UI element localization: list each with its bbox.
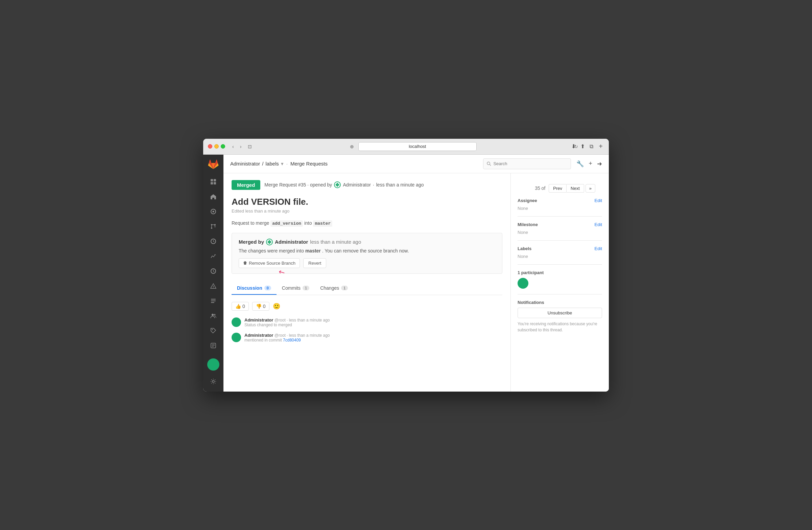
merged-by-line: Merged by Administrator less tha	[239, 239, 495, 246]
search-input[interactable]	[493, 161, 567, 166]
cursor-arrow: ↖	[277, 267, 287, 278]
main-content: Administrator / labels ▾ · Merge Request…	[223, 155, 609, 392]
labels-title: Labels	[518, 246, 532, 251]
notifications-title: Notifications	[518, 300, 602, 305]
svg-rect-2	[211, 182, 213, 184]
thumbs-down-count: 0	[263, 304, 266, 309]
add-button[interactable]: +	[589, 160, 592, 167]
thumbs-down-button[interactable]: 👎 0	[252, 302, 270, 311]
issue-edited-text: Edited less than a minute ago	[232, 208, 502, 213]
milestone-edit-link[interactable]: Edit	[595, 222, 602, 227]
svg-rect-15	[211, 302, 214, 303]
tab-changes-count: 1	[341, 285, 348, 290]
breadcrumb-project[interactable]: labels	[266, 161, 279, 167]
sidebar-item-activity[interactable]	[206, 175, 220, 189]
svg-rect-28	[244, 261, 246, 262]
fullscreen-button[interactable]: ⧉	[589, 143, 594, 150]
into-text: into	[304, 220, 312, 226]
traffic-lights	[208, 144, 225, 149]
breadcrumb-separator-1: /	[262, 161, 263, 167]
labels-edit-link[interactable]: Edit	[595, 246, 602, 251]
activity-meta-1: @root · less than a minute ago	[275, 318, 330, 322]
issue-main: Merged Merge Request #35 · opened by	[223, 173, 511, 392]
sidebar-item-snippets[interactable]	[206, 294, 220, 308]
activity-content-1: Administrator @root · less than a minute…	[244, 318, 502, 327]
tab-discussion[interactable]: Discussion 0	[232, 282, 277, 295]
svg-point-25	[487, 162, 490, 165]
url-input[interactable]	[358, 142, 477, 151]
merged-info-box: Merged by Administrator less tha	[232, 233, 502, 274]
breadcrumb-dropdown-icon[interactable]: ▾	[281, 161, 284, 167]
sidebar-item-merge-requests[interactable]	[206, 220, 220, 233]
assignee-edit-link[interactable]: Edit	[595, 198, 602, 203]
prev-button[interactable]: Prev	[549, 184, 566, 193]
sidebar-item-graphs[interactable]	[206, 249, 220, 263]
merged-target-branch: master	[305, 248, 321, 253]
activity-author-2: Administrator	[244, 333, 273, 338]
sidebar-item-warning[interactable]	[206, 279, 220, 293]
sidebar-item-pipelines[interactable]	[206, 235, 220, 248]
unsubscribe-button[interactable]: Unsubscribe	[518, 308, 602, 318]
sidebar-item-wiki[interactable]	[206, 339, 220, 352]
remove-source-branch-button[interactable]: Remove Source Branch	[239, 258, 300, 268]
thumbs-up-button[interactable]: 👍 0	[232, 302, 249, 311]
current-user-avatar[interactable]	[207, 359, 219, 371]
sidebar-item-settings[interactable]	[206, 375, 220, 388]
merge-time: less than a minute ago	[376, 182, 424, 187]
merged-box-time: less than a minute ago	[310, 239, 361, 245]
merge-separator: ·	[373, 182, 374, 187]
svg-rect-27	[243, 262, 247, 262]
activity-avatar-2	[232, 333, 241, 342]
target-branch: master	[313, 220, 332, 227]
sidebar-item-tags[interactable]	[206, 324, 220, 337]
svg-rect-3	[214, 182, 216, 184]
merged-by-text: Merged by	[239, 239, 264, 245]
merged-author-icon	[266, 239, 273, 246]
gitlab-logo[interactable]	[207, 158, 220, 171]
next-button[interactable]: Next	[566, 184, 584, 193]
merged-message: The changes were merged into master . Yo…	[239, 248, 495, 253]
signout-button[interactable]: ➜	[597, 160, 602, 168]
sidebar-toggle-button[interactable]: ⊡	[246, 143, 254, 150]
refresh-button[interactable]: ↻	[574, 144, 578, 149]
new-tab-button[interactable]: +	[597, 142, 604, 150]
back-button[interactable]: ‹	[231, 143, 236, 150]
tab-changes[interactable]: Changes 1	[315, 282, 353, 295]
settings-icon-button[interactable]: 🔧	[576, 160, 584, 168]
tab-commits-label: Commits	[282, 285, 301, 291]
commit-link[interactable]: 7cd80409	[283, 338, 301, 343]
emoji-picker-button[interactable]: 🙂	[273, 303, 280, 310]
sidebar-item-members[interactable]	[206, 309, 220, 322]
svg-point-12	[213, 287, 214, 288]
arrow-button[interactable]: »	[585, 184, 595, 193]
svg-point-6	[211, 224, 212, 225]
sidebar-item-issues[interactable]	[206, 205, 220, 218]
merged-actions: Remove Source Branch Revert	[239, 258, 326, 268]
activity-avatar-1	[232, 318, 241, 327]
source-branch: add_version	[271, 220, 303, 227]
share-button[interactable]: ⬆	[580, 142, 585, 150]
assignee-section: Assignee Edit None	[518, 198, 602, 217]
tab-commits[interactable]: Commits 1	[277, 282, 315, 295]
merge-description-text: Merge Request #35 · opened by	[264, 182, 332, 187]
breadcrumb-user[interactable]: Administrator	[230, 161, 260, 167]
activity-item: Administrator @root · less than a minute…	[232, 318, 502, 327]
merged-badge: Merged	[232, 180, 260, 190]
svg-point-16	[212, 314, 214, 316]
breadcrumb-separator-2: ·	[286, 161, 288, 167]
address-bar: ⊕ ↻	[257, 142, 568, 151]
close-button[interactable]	[208, 144, 212, 149]
maximize-button[interactable]	[221, 144, 225, 149]
trash-icon	[243, 261, 247, 265]
app-sidebar	[203, 155, 223, 392]
search-icon	[487, 162, 491, 166]
revert-button[interactable]: Revert	[303, 258, 326, 268]
add-tab-button[interactable]: ⊕	[348, 143, 356, 150]
forward-button[interactable]: ›	[238, 143, 243, 150]
svg-point-17	[214, 314, 216, 316]
sidebar-item-time[interactable]	[206, 264, 220, 278]
sidebar-item-home[interactable]	[206, 190, 220, 204]
merge-author: Administrator	[343, 182, 371, 187]
svg-point-18	[212, 329, 213, 330]
minimize-button[interactable]	[214, 144, 219, 149]
